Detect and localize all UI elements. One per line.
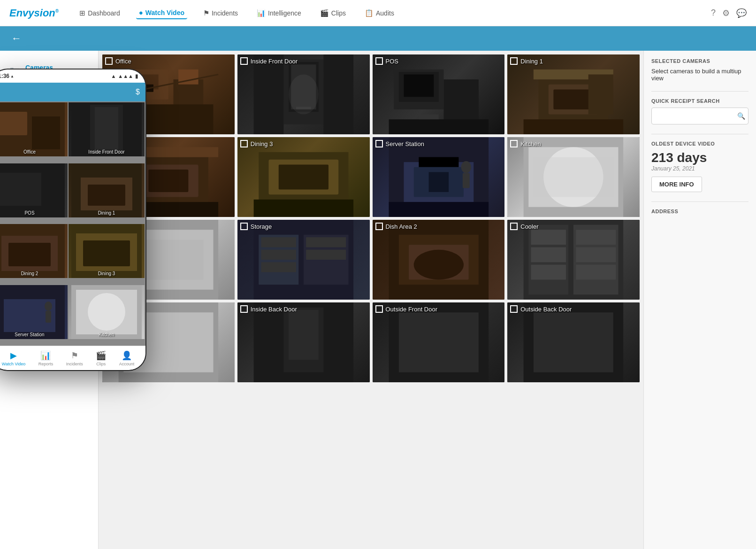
camera-checkbox-storage[interactable] bbox=[240, 223, 248, 230]
camera-cell-kitchen[interactable]: Kitchen bbox=[507, 137, 640, 217]
nav-watch-video[interactable]: ● Watch Video bbox=[136, 7, 187, 19]
phone-tab-clips[interactable]: 🎬 Clips bbox=[96, 350, 106, 366]
phone-bottom-bar: ▶ Watch Video 📊 Reports ⚑ Incidents 🎬 Cl… bbox=[0, 346, 145, 370]
receipt-search-box[interactable]: 🔍 bbox=[651, 108, 748, 124]
divider-3 bbox=[651, 201, 748, 202]
camera-cell-front-door[interactable]: Inside Front Door bbox=[237, 54, 370, 134]
camera-checkbox-pos[interactable] bbox=[375, 57, 383, 65]
search-icon: 🔍 bbox=[737, 112, 745, 120]
camera-cell-dish2[interactable]: Dish Area 2 bbox=[373, 220, 505, 300]
svg-rect-75 bbox=[289, 310, 319, 360]
app-logo: Envysion® bbox=[9, 7, 59, 19]
camera-cell-outside-front[interactable]: Outside Front Door bbox=[373, 302, 505, 382]
camera-label-dish2: Dish Area 2 bbox=[375, 223, 417, 230]
nav-incidents[interactable]: ⚑ Incidents bbox=[200, 7, 241, 19]
phone-cam-label-pos: POS bbox=[24, 210, 34, 216]
camera-area: Office I bbox=[99, 51, 643, 549]
nav-dashboard[interactable]: ⊞ Dashboard bbox=[76, 7, 123, 19]
camera-cell-dining1[interactable]: Dining 1 bbox=[507, 54, 640, 134]
svg-rect-38 bbox=[419, 157, 458, 167]
camera-cell-dining3[interactable]: Dining 3 bbox=[237, 137, 370, 217]
phone-tab-watch-video[interactable]: ▶ Watch Video bbox=[2, 350, 26, 366]
svg-rect-79 bbox=[534, 312, 613, 372]
svg-rect-39 bbox=[428, 172, 449, 192]
phone-cam-dining1[interactable]: Dining 1 bbox=[69, 163, 145, 217]
camera-checkbox-office[interactable] bbox=[105, 57, 113, 65]
camera-checkbox-back-door[interactable] bbox=[240, 305, 248, 313]
phone-status-bar: 1:36 ▲ ▲ ▲▲▲ ▮ bbox=[0, 70, 145, 83]
camera-checkbox-server[interactable] bbox=[375, 140, 383, 147]
help-icon[interactable]: ? bbox=[711, 8, 716, 18]
nav-clips[interactable]: 🎬 Clips bbox=[317, 7, 349, 19]
camera-cell-pos[interactable]: POS bbox=[373, 54, 505, 134]
camera-checkbox-front-door[interactable] bbox=[240, 57, 248, 65]
camera-checkbox-kitchen[interactable] bbox=[510, 140, 518, 147]
phone-screen: 1:36 ▲ ▲ ▲▲▲ ▮ ‹ $ bbox=[0, 70, 145, 370]
camera-checkbox-outside-front[interactable] bbox=[375, 305, 383, 313]
phone-cam-dining2[interactable]: Dining 2 bbox=[0, 224, 68, 278]
nav-audits[interactable]: 📋 Audits bbox=[362, 7, 397, 19]
camera-label-dining3: Dining 3 bbox=[240, 140, 273, 147]
selected-cameras-section: SELECTED CAMERAS Select cameras to build… bbox=[651, 58, 748, 82]
camera-label-outside-front: Outside Front Door bbox=[375, 305, 438, 313]
phone-cam-label-kitchen: Kitchen bbox=[99, 332, 114, 337]
wifi-icon: ▲ bbox=[111, 73, 116, 79]
nav-intelligence[interactable]: 📊 Intelligence bbox=[254, 7, 304, 19]
camera-checkbox-dining3[interactable] bbox=[240, 140, 248, 147]
settings-icon[interactable]: ⚙ bbox=[722, 8, 730, 18]
camera-checkbox-dining1[interactable] bbox=[510, 57, 518, 65]
phone-cam-office[interactable]: Office bbox=[0, 102, 68, 156]
svg-rect-22 bbox=[554, 89, 594, 109]
camera-cell-cooler[interactable]: Cooler bbox=[507, 220, 640, 300]
svg-rect-33 bbox=[279, 164, 328, 189]
more-info-button[interactable]: MORE INFO bbox=[651, 177, 702, 192]
svg-rect-54 bbox=[261, 250, 296, 260]
phone-cam-server[interactable]: Server Station bbox=[0, 285, 68, 339]
receipt-search-input[interactable] bbox=[656, 113, 734, 120]
svg-rect-19 bbox=[419, 115, 439, 120]
main-content: 📷 Cameras 16 Online ☰ Events 🎞 Clip Queu… bbox=[0, 51, 756, 549]
camera-checkbox-outside-back[interactable] bbox=[510, 305, 518, 313]
svg-rect-69 bbox=[576, 247, 616, 262]
camera-checkbox-cooler[interactable] bbox=[510, 223, 518, 230]
phone-cam-kitchen[interactable]: Kitchen bbox=[69, 285, 145, 339]
watch-video-icon: ● bbox=[139, 8, 143, 16]
back-button[interactable]: ← bbox=[11, 32, 22, 45]
svg-rect-70 bbox=[576, 265, 616, 280]
incidents-icon: ⚑ bbox=[203, 9, 209, 17]
svg-rect-82 bbox=[32, 116, 60, 149]
svg-rect-24 bbox=[524, 119, 624, 134]
svg-rect-34 bbox=[253, 200, 353, 217]
phone-tab-account[interactable]: 👤 Account bbox=[119, 350, 135, 366]
phone-tab-incidents[interactable]: ⚑ Incidents bbox=[66, 350, 83, 366]
phone-top-bar: ‹ $ bbox=[0, 83, 145, 101]
svg-rect-12 bbox=[323, 54, 353, 134]
svg-point-100 bbox=[45, 302, 52, 311]
phone-watch-video-icon: ▶ bbox=[10, 350, 17, 361]
svg-rect-91 bbox=[88, 185, 125, 206]
camera-cell-back-door[interactable]: Inside Back Door bbox=[237, 302, 370, 382]
camera-checkbox-dish2[interactable] bbox=[375, 223, 383, 230]
top-navigation: Envysion® ⊞ Dashboard ● Watch Video ⚑ In… bbox=[0, 0, 756, 26]
svg-point-61 bbox=[413, 250, 463, 280]
intelligence-icon: 📊 bbox=[257, 9, 266, 17]
svg-rect-97 bbox=[83, 240, 130, 266]
svg-rect-65 bbox=[531, 230, 566, 245]
svg-rect-55 bbox=[261, 262, 296, 272]
phone-camera-grid: Office Inside Front Door bbox=[0, 101, 145, 346]
phone-cam-front-door[interactable]: Inside Front Door bbox=[69, 102, 145, 156]
camera-label-cooler: Cooler bbox=[510, 223, 538, 230]
chat-icon[interactable]: 💬 bbox=[736, 8, 747, 18]
camera-cell-outside-back[interactable]: Outside Back Door bbox=[507, 302, 640, 382]
camera-cell-storage[interactable]: Storage bbox=[237, 220, 370, 300]
phone-cam-pos[interactable]: POS bbox=[0, 163, 68, 217]
svg-rect-56 bbox=[306, 237, 346, 247]
camera-cell-server[interactable]: Server Station bbox=[373, 137, 505, 217]
phone-cam-dining3[interactable]: Dining 3 bbox=[69, 224, 145, 278]
phone-cam-label-office: Office bbox=[23, 149, 36, 155]
battery-icon: ▮ bbox=[135, 73, 138, 79]
receipt-search-section: QUICK RECEIPT SEARCH 🔍 bbox=[651, 98, 748, 124]
camera-label-kitchen: Kitchen bbox=[510, 140, 541, 147]
phone-tab-reports[interactable]: 📊 Reports bbox=[38, 350, 53, 366]
audits-icon: 📋 bbox=[365, 9, 374, 17]
